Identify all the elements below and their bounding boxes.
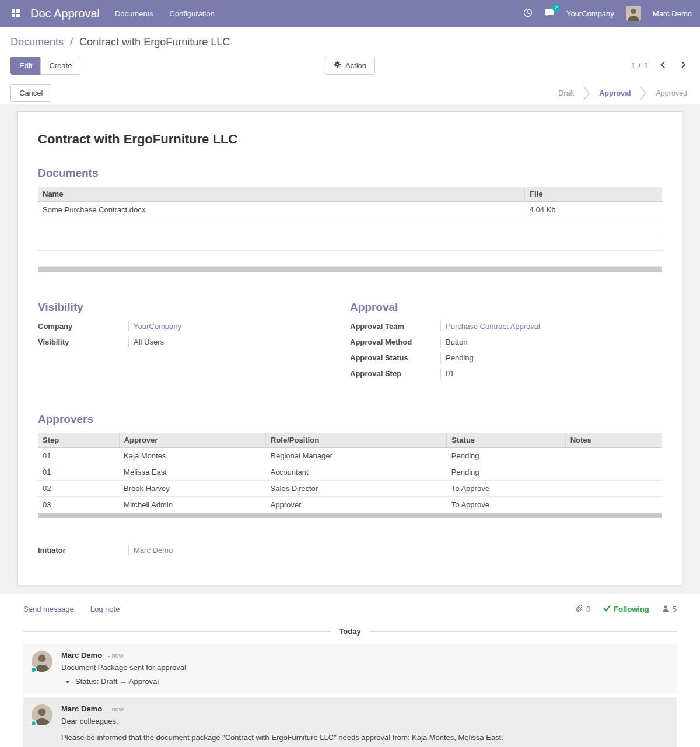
paperclip-icon bbox=[576, 604, 583, 614]
action-button-label: Action bbox=[345, 61, 366, 71]
approvers-col-role[interactable]: Role/Position bbox=[266, 433, 447, 448]
stage-arrow-icon bbox=[583, 86, 590, 101]
approver-step-cell: 01 bbox=[38, 448, 119, 464]
field-label: Company bbox=[38, 321, 128, 332]
empty-row bbox=[38, 218, 662, 234]
approvers-col-status[interactable]: Status bbox=[447, 433, 565, 448]
attachments-button[interactable]: 0 bbox=[576, 604, 590, 614]
approver-row[interactable]: 03 Mitchell Admin Approver To Approve bbox=[38, 497, 662, 513]
send-message-button[interactable]: Send message bbox=[23, 605, 74, 613]
approver-row[interactable]: 01 Kaja Montes Regional Manager Pending bbox=[38, 448, 662, 464]
message-timestamp: - now bbox=[108, 706, 124, 713]
breadcrumb-separator: / bbox=[70, 36, 73, 48]
breadcrumb: Documents / Contract with ErgoFurniture … bbox=[0, 27, 700, 54]
apps-menu-button[interactable] bbox=[8, 6, 23, 21]
stage-approved[interactable]: Approved bbox=[653, 89, 690, 97]
pager: 1 / 1 bbox=[631, 59, 690, 72]
clock-icon bbox=[523, 8, 533, 19]
record-title: Contract with ErgoFurniture LLC bbox=[38, 132, 662, 147]
empty-row bbox=[38, 251, 662, 267]
field-label: Visibility bbox=[38, 336, 128, 348]
activity-clock-button[interactable] bbox=[523, 8, 533, 19]
gear-icon bbox=[334, 61, 341, 71]
stage-draft[interactable]: Draft bbox=[556, 89, 576, 97]
nav-menu-documents[interactable]: Documents bbox=[115, 9, 153, 18]
document-name-cell: Some Purchase Contract.docx bbox=[38, 202, 525, 218]
approvers-col-approver[interactable]: Approver bbox=[119, 433, 265, 448]
approver-name-cell: Melissa East bbox=[119, 464, 265, 481]
log-note-button[interactable]: Log note bbox=[90, 605, 120, 613]
approver-notes-cell bbox=[565, 497, 662, 513]
empty-row bbox=[38, 234, 662, 251]
chatter-message: Marc Demo - now Document Package sent fo… bbox=[23, 644, 677, 694]
stage-approval[interactable]: Approval bbox=[597, 89, 633, 97]
user-menu[interactable]: Marc Demo bbox=[653, 9, 692, 18]
message-body: Please be informed that the document pac… bbox=[61, 733, 668, 742]
message-author[interactable]: Marc Demo bbox=[61, 704, 102, 713]
form-view-area: Contract with ErgoFurniture LLC Document… bbox=[0, 104, 700, 594]
approver-step-cell: 01 bbox=[38, 464, 119, 481]
nav-menu-configuration[interactable]: Configuration bbox=[169, 9, 214, 18]
date-divider-label: Today bbox=[331, 627, 369, 636]
approver-role-cell: Approver bbox=[266, 497, 447, 513]
online-status-dot bbox=[30, 667, 37, 673]
chatter-message: Marc Demo - now Dear colleagues, Please … bbox=[23, 697, 677, 747]
chevron-right-icon bbox=[681, 61, 686, 71]
control-panel: Edit Create Action 1 / 1 bbox=[0, 54, 700, 82]
field-label: Approval Status bbox=[350, 352, 440, 363]
cancel-button[interactable]: Cancel bbox=[10, 84, 51, 102]
approval-method-value: Button bbox=[440, 336, 662, 348]
documents-col-file[interactable]: File bbox=[525, 187, 662, 202]
pager-previous-button[interactable] bbox=[657, 59, 669, 72]
visibility-group: Visibility Company YourCompany Visibilit… bbox=[38, 301, 350, 384]
following-button[interactable]: Following bbox=[603, 605, 649, 613]
approvers-table-scrollbar[interactable] bbox=[38, 513, 662, 518]
field-approval-method: Approval Method Button bbox=[350, 336, 662, 348]
approver-row[interactable]: 01 Melissa East Accountant Pending bbox=[38, 464, 662, 481]
breadcrumb-parent-link[interactable]: Documents bbox=[10, 36, 64, 48]
field-label: Approval Team bbox=[350, 321, 440, 332]
company-switcher[interactable]: YourCompany bbox=[566, 9, 614, 18]
action-button[interactable]: Action bbox=[325, 57, 375, 75]
approver-role-cell: Regional Manager bbox=[266, 448, 447, 464]
pager-counter[interactable]: 1 / 1 bbox=[631, 61, 649, 70]
pager-next-button[interactable] bbox=[677, 59, 690, 72]
company-value-link[interactable]: YourCompany bbox=[128, 321, 350, 332]
field-company: Company YourCompany bbox=[38, 321, 350, 332]
initiator-value-link[interactable]: Marc Demo bbox=[128, 545, 350, 556]
messages-button[interactable]: 2 bbox=[544, 8, 555, 19]
approval-team-value-link[interactable]: Purchase Contract Approval bbox=[440, 321, 662, 332]
edit-button[interactable]: Edit bbox=[10, 57, 41, 75]
message-body: Document Package sent for approval bbox=[61, 663, 668, 672]
approval-group: Approval Approval Team Purchase Contract… bbox=[350, 301, 662, 384]
apps-grid-icon bbox=[12, 9, 20, 17]
message-timestamp: - now bbox=[108, 652, 124, 659]
followers-button[interactable]: 5 bbox=[662, 605, 677, 614]
approver-notes-cell bbox=[565, 448, 662, 464]
approver-name-cell: Brook Harvey bbox=[119, 481, 265, 497]
approver-notes-cell bbox=[565, 481, 662, 497]
field-visibility: Visibility All Users bbox=[38, 336, 350, 348]
form-sheet: Contract with ErgoFurniture LLC Document… bbox=[18, 111, 682, 585]
messages-badge: 2 bbox=[552, 4, 560, 12]
documents-table-scrollbar[interactable] bbox=[38, 267, 662, 272]
approver-name-cell: Mitchell Admin bbox=[119, 497, 265, 513]
approver-role-cell: Accountant bbox=[266, 464, 447, 481]
chatter-topbar: Send message Log note 0 Following 5 bbox=[23, 604, 677, 614]
field-approval-step: Approval Step 01 bbox=[350, 368, 662, 379]
edit-create-group: Edit Create bbox=[10, 57, 80, 75]
documents-section-heading: Documents bbox=[38, 167, 662, 180]
create-button[interactable]: Create bbox=[40, 57, 80, 75]
chevron-left-icon bbox=[660, 61, 666, 71]
navbar-systray: 2 YourCompany Marc Demo bbox=[523, 6, 692, 21]
approvers-col-step[interactable]: Step bbox=[38, 433, 119, 448]
document-row[interactable]: Some Purchase Contract.docx 4.04 Kb bbox=[38, 202, 662, 218]
user-avatar[interactable] bbox=[626, 6, 641, 21]
approvers-col-notes[interactable]: Notes bbox=[565, 433, 662, 448]
message-greeting: Dear colleagues, bbox=[61, 717, 668, 725]
approver-row[interactable]: 02 Brook Harvey Sales Director To Approv… bbox=[38, 481, 662, 497]
documents-col-name[interactable]: Name bbox=[38, 187, 525, 202]
app-title[interactable]: Doc Approval bbox=[30, 7, 100, 20]
message-author[interactable]: Marc Demo bbox=[61, 651, 102, 660]
online-status-dot bbox=[30, 720, 37, 727]
